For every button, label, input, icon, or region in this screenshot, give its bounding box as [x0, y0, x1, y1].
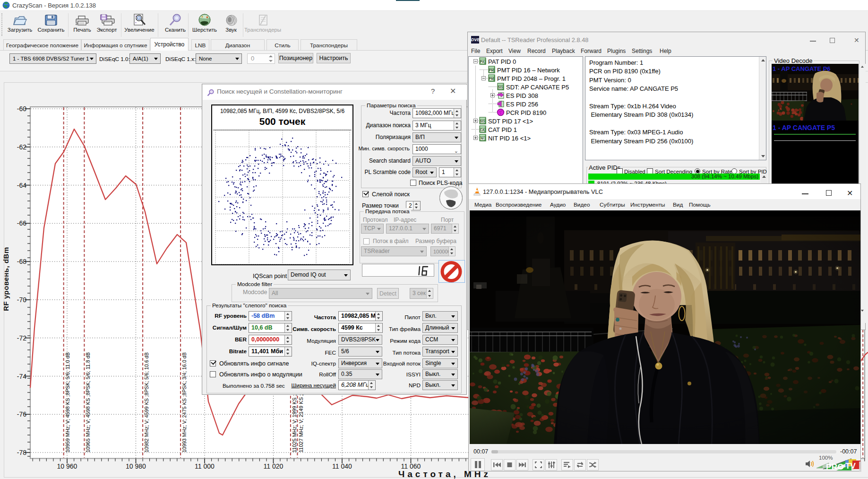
svg-text:11 040: 11 040	[332, 462, 352, 470]
svg-text:PRO: PRO	[826, 462, 844, 471]
svg-text:10959 MHz; V; 4598 KS ;8PSK; 5: 10959 MHz; V; 4598 KS ;8PSK; 5/6; 11.0 d…	[65, 352, 70, 453]
svg-text:RF уровень, dBm: RF уровень, dBm	[2, 247, 10, 311]
svg-text:10 960: 10 960	[57, 462, 77, 470]
svg-text:10993 MHz; V; 2475 KS ;8PSK; 3: 10993 MHz; V; 2475 KS ;8PSK; 3/4; 16.0 d…	[181, 352, 187, 453]
svg-text:PM: PM	[489, 77, 494, 80]
svg-text:SD: SD	[480, 120, 484, 123]
svg-text:11 000: 11 000	[195, 462, 215, 470]
svg-text:10 980: 10 980	[126, 462, 146, 470]
svg-text:TV: TV	[845, 462, 856, 470]
svg-text:PA: PA	[480, 60, 484, 63]
svg-text:PM: PM	[489, 69, 494, 72]
svg-text:11 020: 11 020	[264, 462, 284, 470]
svg-text:SD: SD	[498, 86, 502, 89]
svg-text:10982 MHz; V; 4599 KS ;8PSK; 5: 10982 MHz; V; 4599 KS ;8PSK; 5/6; 10.6 d…	[144, 352, 149, 453]
svg-text:NI: NI	[481, 137, 484, 140]
svg-text:CA: CA	[480, 128, 485, 131]
svg-text:10965 MHz; V; 4598 KS ;8PSK; 5: 10965 MHz; V; 4598 KS ;8PSK; 5/6; 11.8 d…	[85, 352, 91, 453]
